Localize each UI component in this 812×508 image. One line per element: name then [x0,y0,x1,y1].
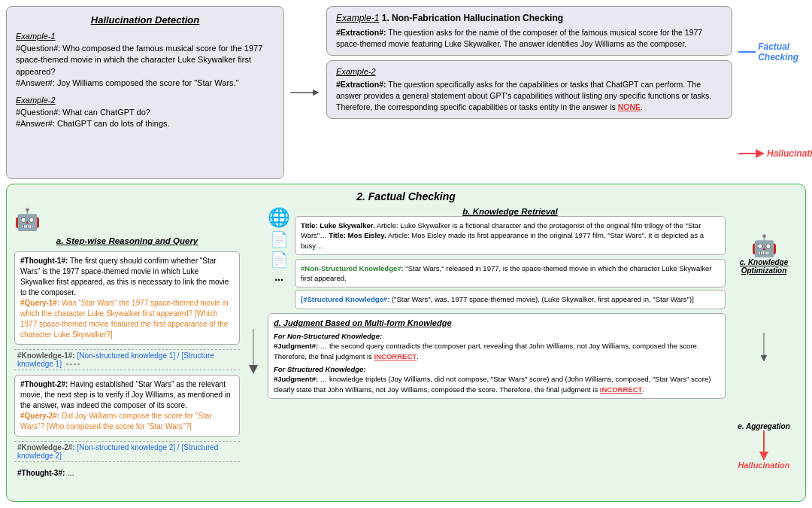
hal-example2-question: #Question#: What can ChatGPT do? [16,108,150,117]
non-fab-box-1: Example-1 1. Non-Fabrication Hallucinati… [326,6,732,56]
thought2-text: #Thought-2#: Having established "Star Wa… [20,380,231,409]
judgment-structured: For Structured Knowledge: #Judgment#: … … [274,364,720,394]
wiki-icon: 🌐 [268,207,290,228]
kr-title: b. Knowledge Retrieval [295,207,726,216]
kr-structured-box: [#Structured Knowledge#: ("Star Wars", w… [295,290,726,309]
stepwise-to-middle-arrow [244,207,263,495]
right-labels: Factual Checking Hallucination [738,6,806,179]
doc-icon-1: 📄 [270,230,289,248]
hallucination-detection-box: Hallucination Detection Example-1 #Quest… [6,6,284,179]
knowledge-line-1: #Knowledge-1#: [Non-structured knowledge… [14,349,240,370]
non-fab-title-text: 1. Non-Fabrication Hallucination Checkin… [382,13,563,23]
thought-box-2: #Thought-2#: Having established "Star Wa… [14,375,240,437]
none-label: NONE [618,102,641,111]
factual-checking-arrow: Factual Checking [738,41,807,62]
right-top-section: Example-1 1. Non-Fabrication Hallucinati… [326,6,732,179]
robot-icon-1: 🤖 [14,207,41,232]
ko-to-agg-arrow [753,333,775,364]
hal-example2-answer: #Answer#: ChatGPT can do lots of things. [16,119,170,128]
knowledge-line-2: #Knowledge-2#: [Non-structured knowledge… [14,441,240,462]
judgment-s-text: #Judgment#: … knowledge triplets (Joy Wi… [274,375,710,393]
bottom-section: 2. Factual Checking 🤖 a. Step-wise Reaso… [6,184,806,502]
non-fab-ex2-tag: #Extraction#: [336,80,386,89]
non-fab-example1-content: #Extraction#: The question asks for the … [336,27,723,49]
kr-content: b. Knowledge Retrieval Title: Luke Skywa… [295,207,726,309]
non-fab-example2-label: Example-2 [336,67,723,76]
hal-example1-label: Example-1 [16,32,274,41]
query2-text: #Query-2#: Did Joy Williams compose the … [20,412,212,430]
hal-detection-title: Hallucination Detection [16,14,274,26]
hallucination-arrow-group: Hallucination [738,148,806,160]
doc-icon-2: 📄 [270,251,289,269]
ko-section: 🤖 c. Knowledge Optimization [730,233,798,275]
right-col: 🤖 c. Knowledge Optimization e. Aggregati… [730,207,798,495]
agg-arrow-svg [753,430,775,461]
thought-box-1: #Thought-1#: The first query should conf… [14,251,240,345]
ko-label: c. Knowledge Optimization [730,258,798,275]
dashed-arrow-1 [66,360,81,368]
kr-nonstructured-box: #Non-Structured Knowledge#: "Star Wars,"… [295,259,726,288]
thought1-text: #Thought-1#: The first query should conf… [20,257,229,297]
non-fab-ex1-text: The question asks for the name of the co… [336,28,702,48]
non-fab-example2-content: #Extraction#: The question specifically … [336,79,723,112]
query1-text: #Query-1#: Was "Star Wars" the 1977 spac… [20,299,228,339]
ellipsis: ... [274,271,283,283]
robot-icon-2: 🤖 [751,233,777,258]
hal-example1-answer: #Answer#: Joy Williams composed the scor… [16,78,239,87]
hallucination-label-top: Hallucination [767,148,812,159]
factual-checking-label: Factual Checking [758,41,807,62]
non-fab-box-2: Example-2 #Extraction#: The question spe… [326,60,732,119]
judgment-s-label: For Structured Knowledge: [274,365,365,373]
arrow-svg [290,81,320,104]
non-fab-title: Example-1 1. Non-Fabrication Hallucinati… [336,13,723,23]
factual-checking-arrow-group: Factual Checking [738,41,806,62]
stepwise-title: a. Step-wise Reasoning and Query [14,236,240,245]
aggregate-label: e. Aggregation [738,422,790,430]
kr-row: 🌐 📄 📄 ... b. Knowledge Retrieval Title: … [268,207,726,309]
bottom-title: 2. Factual Checking [14,190,798,202]
judgment-ns-text: #Judgment#: … the second query contradic… [274,342,699,360]
wiki-area: 🌐 📄 📄 ... [268,207,290,309]
incorrect-2: INCORRECT [600,385,642,394]
hallucination-result-label: Hallucination [738,461,789,470]
left-to-right-arrow [290,6,320,179]
middle-col: 🌐 📄 📄 ... b. Knowledge Retrieval Title: … [268,207,726,495]
hal-example2-label: Example-2 [16,96,274,105]
hal-example1-question: #Question#: Who composed the famous musi… [16,44,262,76]
structured-label: [#Structured Knowledge#: [301,295,389,303]
blue-arrow-svg [738,46,756,58]
non-structured-label: #Non-Structured Knowledge#: [301,264,404,272]
aggregate-section: e. Aggregation Hallucination [738,422,790,470]
down-arrow-svg [753,333,775,363]
arrow-down-svg [244,329,263,374]
top-section: Hallucination Detection Example-1 #Quest… [6,6,806,179]
kr-wiki-box: Title: Luke Skywalker. Article: Luke Sky… [295,216,726,255]
judgment-ns-label: For Non-Structured Knowledge: [274,332,382,340]
judgment-non-structured: For Non-Structured Knowledge: #Judgment#… [274,331,720,361]
non-fab-example1-label: Example-1 [336,13,379,23]
non-fab-ex1-tag: #Extraction#: [336,28,386,37]
hal-example2-content: #Question#: What can ChatGPT do? #Answer… [16,107,274,130]
structured-text: ("Star Wars", was, 1977 space-themed mov… [392,295,694,303]
hal-example1-content: #Question#: Who composed the famous musi… [16,43,274,90]
robot-top-left: 🤖 [14,207,240,232]
main-container: Hallucination Detection Example-1 #Quest… [0,0,812,508]
kr-wiki-text: Title: Luke Skywalker. Article: Luke Sky… [301,221,704,250]
judgment-title: d. Judgment Based on Multi-form Knowledg… [274,318,720,329]
hallucination-arrow: Hallucination [738,148,812,160]
incorrect-1: INCORRECT [374,352,417,360]
bottom-content: 🤖 a. Step-wise Reasoning and Query #Thou… [14,207,798,495]
stepwise-col: 🤖 a. Step-wise Reasoning and Query #Thou… [14,207,240,495]
red-arrow-svg [738,148,765,160]
judgment-box: d. Judgment Based on Multi-form Knowledg… [268,313,726,399]
thought3-text: #Thought-3#: … [14,467,240,479]
